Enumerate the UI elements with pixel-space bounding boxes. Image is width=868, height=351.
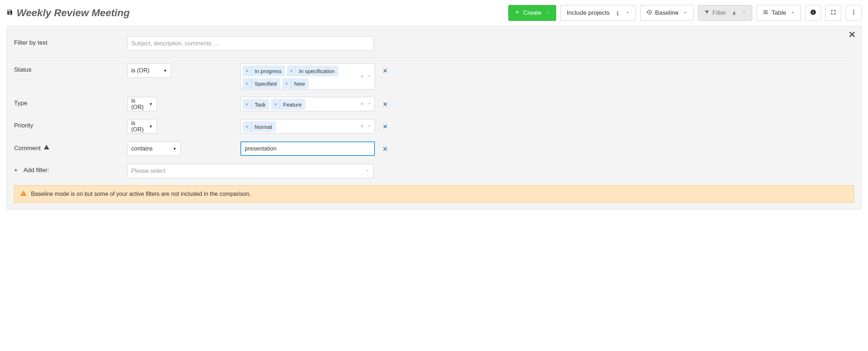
filter-icon [704, 9, 710, 17]
filter-text-input[interactable] [127, 36, 374, 51]
filter-button[interactable]: Filter 4 [698, 5, 753, 21]
warning-text: Baseline mode is on but some of your act… [31, 191, 251, 197]
add-filter-label: + Add filter: [14, 164, 122, 174]
title-area: Weekly Review Meeting [6, 7, 504, 19]
filter-row-priority: Priority is (OR) ▼ ×Normal × ✕ [14, 116, 854, 138]
chip-status-0: ×In progress [243, 66, 285, 76]
add-filter-placeholder: Please select [131, 168, 165, 174]
chevron-down-icon [790, 9, 795, 17]
chevron-down-icon: ▼ [163, 68, 167, 73]
baseline-warning: Baseline mode is on but some of your act… [14, 185, 854, 203]
comment-value-input[interactable] [240, 141, 375, 156]
filter-row-comment: Comment contains ▼ ✕ [14, 138, 854, 160]
svg-point-0 [853, 10, 854, 11]
comment-op-value: contains [131, 145, 153, 152]
chip-priority-0: ×Normal [243, 121, 276, 132]
include-projects-count: 1 [614, 10, 621, 16]
include-projects-label: Include projects [567, 9, 610, 17]
filter-label-type: Type [14, 97, 122, 107]
chevron-down-icon [625, 9, 630, 17]
filter-label: Filter [713, 9, 726, 17]
chevron-down-icon[interactable] [367, 123, 372, 130]
clear-icon[interactable]: × [360, 123, 364, 130]
type-op-value: is (OR) [131, 98, 146, 111]
filter-row-add: + Add filter: Please select [14, 160, 854, 182]
close-panel-button[interactable]: ✕ [848, 30, 856, 39]
chevron-down-icon: ▼ [173, 147, 177, 151]
view-mode-button[interactable]: Table [757, 5, 801, 21]
chip-status-3: ×New [282, 78, 309, 89]
chip-remove[interactable]: × [271, 99, 280, 110]
fullscreen-button[interactable] [825, 5, 841, 21]
page-title: Weekly Review Meeting [17, 7, 130, 19]
warning-icon [20, 190, 27, 198]
baseline-label: Baseline [655, 9, 678, 17]
remove-filter-type[interactable]: ✕ [380, 97, 390, 112]
status-op-select[interactable]: is (OR) ▼ [127, 63, 171, 78]
filter-count: 4 [730, 10, 738, 16]
chevron-down-icon: ▼ [149, 102, 153, 106]
plus-icon [514, 9, 520, 17]
chevron-down-icon: ▼ [149, 124, 153, 129]
more-button[interactable] [846, 5, 862, 21]
view-mode-label: Table [771, 9, 786, 17]
kebab-icon [850, 9, 857, 17]
remove-filter-comment[interactable]: ✕ [380, 141, 390, 157]
chip-remove[interactable]: × [243, 78, 252, 89]
plus-icon: + [14, 167, 18, 174]
chip-remove[interactable]: × [243, 66, 252, 76]
add-filter-select[interactable]: Please select [127, 164, 374, 178]
include-projects-button[interactable]: Include projects 1 [561, 5, 636, 21]
clear-icon[interactable]: × [360, 73, 364, 80]
priority-op-select[interactable]: is (OR) ▼ [127, 119, 157, 134]
remove-filter-status[interactable]: ✕ [380, 63, 390, 78]
chevron-down-icon [546, 9, 550, 17]
priority-values-multi[interactable]: ×Normal × [240, 119, 375, 134]
filter-row-status: Status is (OR) ▼ ×In progress ×In specif… [14, 60, 854, 93]
priority-op-value: is (OR) [131, 120, 146, 133]
svg-point-2 [853, 13, 854, 14]
chevron-down-icon [683, 9, 687, 17]
info-button[interactable] [805, 5, 821, 21]
chevron-down-icon[interactable] [367, 73, 372, 80]
chevron-down-icon [742, 9, 746, 17]
chip-status-2: ×Specified [243, 78, 280, 89]
chip-status-1: ×In specification [287, 66, 338, 76]
chevron-down-icon [366, 168, 370, 174]
status-values-multi[interactable]: ×In progress ×In specification ×Specifie… [240, 63, 375, 90]
chip-remove[interactable]: × [243, 99, 252, 110]
comment-op-select[interactable]: contains ▼ [127, 141, 181, 156]
clear-icon[interactable]: × [360, 101, 364, 107]
chip-remove[interactable]: × [243, 121, 252, 132]
remove-filter-priority[interactable]: ✕ [380, 119, 390, 134]
filter-panel: ✕ Filter by text Status is (OR) ▼ ×In pr… [6, 26, 862, 210]
chevron-down-icon[interactable] [367, 101, 372, 107]
chip-remove[interactable]: × [287, 66, 296, 76]
baseline-icon [646, 9, 652, 17]
type-op-select[interactable]: is (OR) ▼ [127, 97, 157, 111]
fullscreen-icon [830, 9, 837, 17]
filter-label-status: Status [14, 63, 122, 73]
save-icon[interactable] [6, 9, 13, 17]
filter-label-priority: Priority [14, 119, 122, 129]
header-toolbar: Weekly Review Meeting Create Include pro… [6, 5, 862, 21]
create-button-label: Create [523, 9, 541, 17]
filter-row-text: Filter by text [14, 33, 854, 58]
warning-icon [44, 144, 49, 152]
filter-label-text: Filter by text [14, 36, 122, 46]
list-icon [763, 9, 769, 17]
chip-type-1: ×Feature [271, 99, 305, 110]
chip-type-0: ×Task [243, 99, 269, 110]
create-button[interactable]: Create [508, 5, 556, 21]
baseline-button[interactable]: Baseline [640, 5, 693, 21]
chip-remove[interactable]: × [282, 78, 291, 89]
svg-point-1 [853, 12, 854, 13]
type-values-multi[interactable]: ×Task ×Feature × [240, 97, 375, 111]
status-op-value: is (OR) [131, 67, 150, 74]
filter-label-comment: Comment [14, 141, 122, 152]
info-icon [810, 9, 816, 17]
filter-row-type: Type is (OR) ▼ ×Task ×Feature × ✕ [14, 93, 854, 116]
